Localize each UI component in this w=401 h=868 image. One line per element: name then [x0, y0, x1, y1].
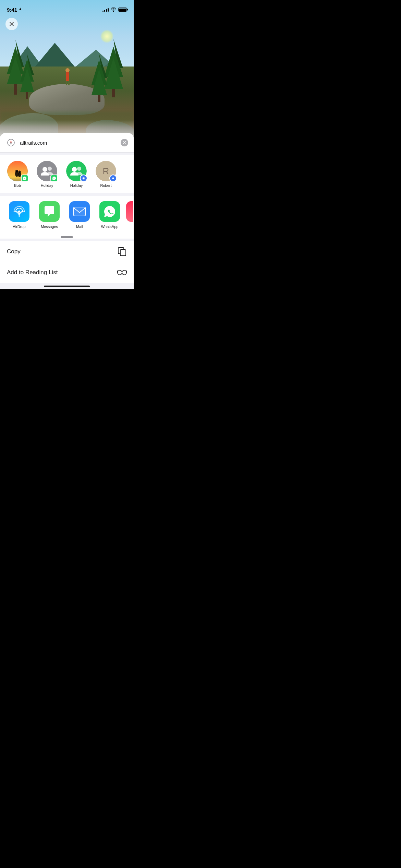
- svg-point-40: [112, 178, 114, 179]
- status-bar: 9:41: [0, 0, 134, 15]
- scroll-indicator: [0, 234, 134, 239]
- apps-section: AirDrop Messages: [0, 196, 134, 234]
- svg-point-46: [122, 270, 126, 275]
- app-whatsapp[interactable]: WhatsApp: [96, 201, 123, 229]
- signal-badge-holiday: [80, 174, 87, 182]
- svg-point-45: [118, 270, 122, 275]
- app-airdrop[interactable]: AirDrop: [5, 201, 33, 229]
- app-messages[interactable]: Messages: [36, 201, 63, 229]
- action-reading-list[interactable]: Add to Reading List: [0, 262, 134, 283]
- svg-rect-44: [120, 250, 126, 256]
- action-copy[interactable]: Copy: [0, 241, 134, 262]
- whatsapp-badge-holiday: [50, 174, 58, 182]
- contact-robert[interactable]: R Robert: [94, 161, 118, 188]
- contact-holiday-whatsapp[interactable]: Holiday: [35, 161, 59, 188]
- scroll-dot: [61, 236, 73, 238]
- url-text: alltrails.com: [20, 140, 117, 146]
- url-clear-button[interactable]: [121, 139, 128, 146]
- url-section: alltrails.com: [0, 133, 134, 153]
- svg-point-33: [42, 167, 47, 172]
- close-icon: [10, 22, 14, 26]
- wifi-icon: [111, 8, 116, 12]
- apps-row: AirDrop Messages: [0, 201, 134, 229]
- app-mail[interactable]: Mail: [66, 201, 93, 229]
- signal-badge-robert: [109, 174, 117, 182]
- airdrop-icon: [9, 201, 29, 222]
- contact-avatar-holiday-signal: [66, 161, 87, 181]
- whatsapp-badge-bob: [21, 174, 28, 182]
- whatsapp-icon: [99, 201, 120, 222]
- signal-bars: [102, 8, 109, 12]
- contact-avatar-robert: R: [96, 161, 116, 181]
- messages-icon: [39, 201, 60, 222]
- contact-avatar-holiday-whatsapp: [37, 161, 57, 181]
- location-icon: [19, 8, 22, 12]
- app-partial-fifth[interactable]: [126, 201, 133, 229]
- home-bar: [44, 286, 90, 287]
- contact-avatar-bob: [7, 161, 28, 181]
- svg-rect-43: [74, 207, 85, 216]
- close-button[interactable]: [5, 18, 18, 30]
- svg-point-41: [18, 210, 20, 213]
- svg-point-35: [72, 167, 77, 172]
- svg-point-38: [83, 178, 85, 179]
- contact-name-holiday-2: Holiday: [70, 183, 83, 188]
- copy-icon: [117, 247, 127, 256]
- hero-image: Tell friends, plant: [0, 0, 134, 147]
- whatsapp-label: WhatsApp: [101, 225, 119, 229]
- reading-list-label: Add to Reading List: [7, 269, 58, 276]
- compass-icon: [7, 139, 15, 146]
- messages-label: Messages: [41, 225, 58, 229]
- reading-list-icon: [117, 268, 127, 277]
- contact-bob[interactable]: Bob: [5, 161, 29, 188]
- contacts-section: Bob: [0, 155, 134, 193]
- app-partial-icon: [126, 201, 133, 222]
- svg-point-36: [77, 167, 81, 171]
- contacts-row: Bob: [0, 161, 134, 188]
- home-indicator: [0, 283, 134, 289]
- contact-name-holiday-1: Holiday: [41, 183, 53, 188]
- status-time: 9:41: [7, 7, 17, 13]
- contact-holiday-signal[interactable]: Holiday: [64, 161, 88, 188]
- mail-label: Mail: [76, 225, 83, 229]
- actions-section: Copy Add to Reading List: [0, 241, 134, 283]
- compass-icon-container: [5, 137, 16, 148]
- svg-point-31: [15, 170, 18, 172]
- airdrop-label: AirDrop: [13, 225, 25, 229]
- status-icons: [102, 8, 127, 12]
- url-clear-icon: [123, 141, 126, 144]
- mail-icon: [69, 201, 90, 222]
- svg-point-25: [11, 142, 12, 143]
- svg-point-34: [48, 167, 52, 171]
- contact-name-bob: Bob: [14, 183, 21, 188]
- contact-name-robert: Robert: [100, 183, 111, 188]
- svg-point-32: [19, 171, 21, 173]
- share-sheet: alltrails.com: [0, 133, 134, 289]
- copy-label: Copy: [7, 248, 21, 255]
- battery-icon: [118, 8, 127, 12]
